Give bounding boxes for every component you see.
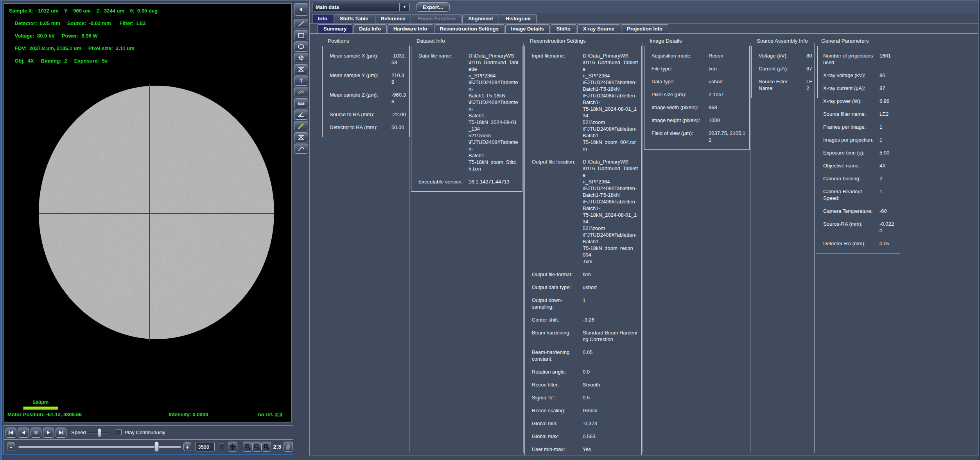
polygon-tool-icon[interactable] bbox=[294, 64, 308, 74]
field-value: -0.373 bbox=[583, 420, 638, 427]
subtab-image-details[interactable]: Image Details bbox=[505, 24, 550, 33]
info-row: Recon scaling:Global bbox=[532, 407, 638, 414]
info-row: Frames per image:1 bbox=[823, 124, 897, 130]
group-box: Input filename:D:\Data_PrimaryWS \0116_D… bbox=[524, 46, 642, 455]
export-button[interactable]: Export... bbox=[416, 2, 450, 12]
field-value: D:\Data_PrimaryWS \0116_Dortmund_Tablett… bbox=[583, 52, 638, 152]
subtab-summary[interactable]: Summary bbox=[318, 24, 352, 33]
field-label: Data type: bbox=[652, 78, 705, 85]
field-label: Acquisition mode: bbox=[652, 52, 705, 59]
ellipse-tool-icon[interactable] bbox=[294, 41, 308, 52]
info-row: Camera Temperature:-60 bbox=[823, 208, 897, 214]
info-row: Recon filter:Smooth bbox=[532, 381, 638, 388]
field-value: Global bbox=[583, 407, 638, 414]
marker-pen-icon[interactable] bbox=[294, 121, 308, 131]
slider-increment-button[interactable]: + bbox=[183, 442, 192, 451]
field-value: 2 bbox=[879, 175, 897, 182]
field-label: Beam-hardening constant: bbox=[532, 349, 580, 362]
zoom-in-button[interactable] bbox=[243, 442, 252, 452]
pan-hand-button[interactable] bbox=[284, 442, 293, 452]
field-value: txm bbox=[583, 271, 638, 278]
curve-tool-icon[interactable] bbox=[294, 144, 308, 154]
ct-image-viewport[interactable]: Sample X: -1032 um Y: -960 um Z: 3244 um… bbox=[4, 3, 292, 422]
subtab-x-ray-source[interactable]: X-ray Source bbox=[577, 24, 620, 33]
angle-tool-icon[interactable] bbox=[294, 110, 308, 120]
field-value: Yes bbox=[583, 446, 638, 453]
play-continuously-checkbox[interactable] bbox=[116, 429, 122, 435]
frame-number-input[interactable] bbox=[195, 442, 215, 451]
field-label: Data file name: bbox=[418, 52, 465, 172]
info-row: Mean sample Y (µm):210.38 bbox=[330, 72, 406, 85]
group-title: General Parameters bbox=[816, 38, 900, 44]
field-label: Mean sample Y (µm): bbox=[330, 72, 388, 85]
subtab-shifts[interactable]: Shifts bbox=[551, 24, 576, 33]
slider-decrement-button[interactable]: - bbox=[7, 442, 15, 451]
collapse-left-icon[interactable] bbox=[294, 3, 308, 16]
frame-slider[interactable] bbox=[18, 442, 181, 451]
info-row: Global max:0.563 bbox=[532, 433, 638, 440]
field-label: X-ray voltage (kV): bbox=[823, 72, 876, 79]
polygon-tool-2-icon[interactable] bbox=[294, 132, 308, 142]
subtab-hardware-info[interactable]: Hardware Info bbox=[388, 24, 433, 33]
field-value: Recon bbox=[709, 52, 746, 59]
field-value: 0.05 bbox=[583, 349, 638, 362]
field-label: Sigma "σ": bbox=[532, 394, 580, 401]
info-row: Input filename:D:\Data_PrimaryWS \0116_D… bbox=[532, 52, 638, 152]
tab-alignment[interactable]: Alignment bbox=[462, 14, 499, 23]
view-ratio: 2:3 bbox=[275, 411, 282, 417]
subtab-reconstruction-settings[interactable]: Reconstruction Settings bbox=[434, 24, 504, 33]
previous-frame-button[interactable] bbox=[18, 428, 29, 438]
field-label: X-ray power (W): bbox=[823, 98, 876, 104]
field-label: Output file location: bbox=[532, 158, 580, 265]
group-source: Source Assembly InfoVoltage (kV):80Curre… bbox=[751, 38, 818, 98]
crosshair-cursor-button[interactable] bbox=[228, 442, 237, 452]
subtab-projection-info[interactable]: Projection Info bbox=[621, 24, 668, 33]
skip-to-end-button[interactable] bbox=[56, 428, 66, 438]
tab-shifts-table[interactable]: Shifts Table bbox=[334, 14, 374, 23]
field-label: Detector to RA (mm): bbox=[330, 124, 388, 131]
rectangle-tool-icon[interactable] bbox=[294, 30, 308, 40]
stop-button[interactable] bbox=[31, 428, 41, 438]
tab-info[interactable]: Info bbox=[312, 14, 333, 23]
speed-slider[interactable] bbox=[89, 428, 109, 437]
info-row: Source to RA (mm):-22.00 bbox=[330, 111, 406, 118]
target-tool-icon[interactable] bbox=[294, 53, 308, 63]
field-value: -3.26 bbox=[583, 316, 638, 323]
zoom-ratio-label: 2:3 bbox=[273, 444, 281, 450]
ruler-icon[interactable] bbox=[294, 98, 308, 108]
group-positions: PositionsMean sample X (µm):-1031.58Mean… bbox=[322, 38, 410, 137]
field-label: Recon scaling: bbox=[532, 407, 580, 414]
zoom-fit-button[interactable] bbox=[262, 442, 271, 452]
play-button[interactable] bbox=[43, 428, 54, 438]
field-value: ushort bbox=[709, 78, 746, 85]
playback-control-bar: Speed Play Continuously bbox=[4, 425, 293, 439]
info-row: Output down-sampling:1 bbox=[532, 297, 638, 310]
profile-chart-icon[interactable] bbox=[294, 87, 308, 97]
zoom-out-button[interactable] bbox=[252, 442, 262, 452]
field-label: File type: bbox=[652, 65, 705, 72]
summary-tab-bar: SummaryData InfoHardware InfoReconstruct… bbox=[318, 24, 668, 33]
field-label: Source to RA (mm): bbox=[330, 111, 388, 118]
skip-to-start-button[interactable] bbox=[5, 428, 16, 438]
scale-bar-rect bbox=[23, 406, 58, 410]
field-value: 87 bbox=[806, 65, 814, 72]
line-tool-icon[interactable] bbox=[294, 19, 308, 29]
info-row: Rotation angle:0.0 bbox=[532, 368, 638, 375]
tab-histogram[interactable]: Histogram bbox=[500, 14, 537, 23]
info-row: Source-RA (mm):-0.0220 bbox=[823, 221, 897, 234]
subtab-data-info[interactable]: Data Info bbox=[353, 24, 387, 33]
info-row: Camera binning:2 bbox=[823, 175, 897, 182]
chevron-down-icon[interactable]: ▼ bbox=[399, 3, 409, 11]
frame-lock-checkbox[interactable] bbox=[219, 443, 224, 450]
tab-reference[interactable]: Reference bbox=[375, 14, 411, 23]
text-tool-icon[interactable]: T bbox=[294, 75, 308, 86]
dataset-dropdown[interactable]: Main data ▼ bbox=[312, 3, 410, 11]
field-label: Current (µA): bbox=[759, 65, 803, 72]
field-label: Mean sample X (µm): bbox=[330, 52, 388, 66]
info-row: Image width (pixels):968 bbox=[652, 104, 746, 111]
svg-text:T: T bbox=[300, 77, 303, 84]
group-box: Acquisition mode:ReconFile type:txmData … bbox=[644, 46, 750, 150]
field-value: 1 bbox=[879, 188, 897, 201]
field-value: 5.00 bbox=[879, 149, 897, 156]
field-value: 1000 bbox=[709, 117, 746, 124]
